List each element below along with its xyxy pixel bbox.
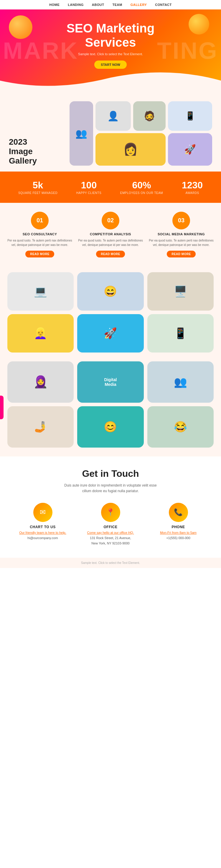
contact-title: Get in Touch xyxy=(9,468,212,479)
gallery-img-person2: 🧔 xyxy=(133,101,165,131)
service-title-1: SEO CONSULTANCY xyxy=(7,232,72,236)
gallery-img-meeting: 👥 xyxy=(70,101,93,166)
contact-info-office: 131 Rock Street, 21 Avenue, New York, NY… xyxy=(80,535,141,546)
gallery-section-2: 💻 😄 🖥️ 👱‍♀️ 🚀 📱 xyxy=(0,266,221,359)
service-circle-3: 03 xyxy=(172,212,190,229)
hero-title: SEO Marketing Services xyxy=(67,21,155,50)
stat-sqft: 5k SQUARE FEET MANAGED xyxy=(18,180,58,194)
hero-section: MARK TING SEO Marketing Services Sample … xyxy=(0,9,221,92)
service-circle-1: 01 xyxy=(31,212,49,229)
contact-type-office: OFFICE xyxy=(80,525,141,529)
stat-clients-number: 100 xyxy=(76,180,101,191)
contact-icon-phone: 📞 xyxy=(169,503,188,522)
gallery3-img-digital: Digital Media xyxy=(77,361,144,403)
service-card-3: 03 SOCIAL MEDIA MARKETING Per ea quod iu… xyxy=(149,212,214,257)
contact-section: Get in Touch Duis aute irure dolor in re… xyxy=(0,457,221,558)
stat-awards: 1230 AWARDS xyxy=(182,180,203,194)
gallery3-grid: 🧕 Digital Media 👥 🤳 😊 😂 xyxy=(7,361,214,447)
footer-text: Sample text. Click to select the Text El… xyxy=(81,561,140,564)
contact-card-office: 📍 OFFICE Come say hello at our office HQ… xyxy=(80,503,141,546)
nav-landing[interactable]: LANDING xyxy=(68,3,84,6)
stat-clients-label: HAPPY CLIENTS xyxy=(76,191,101,194)
gallery-subtitle: Image Gallery xyxy=(9,147,53,166)
gallery3-img-laughman: 😂 xyxy=(147,406,214,447)
gallery2-img-laptop: 💻 xyxy=(7,272,74,311)
read-more-button-3[interactable]: READ MORE xyxy=(167,251,196,257)
contact-grid: ✉ CHART TO US Our friendly team is here … xyxy=(9,503,212,546)
stats-section: 5k SQUARE FEET MANAGED 100 HAPPY CLIENTS… xyxy=(0,172,221,203)
footer: Sample text. Click to select the Text El… xyxy=(0,558,221,568)
gallery-year: 2023 xyxy=(9,137,53,147)
service-card-2: 02 COMPETITOR ANALYSIS Per ea quod iusto… xyxy=(78,212,143,257)
stat-employees: 60% EMPLOYEES ON OUR TEAM xyxy=(120,180,163,194)
gallery3-img-hand: 🤳 xyxy=(7,406,74,447)
gallery2-img-phone2: 📱 xyxy=(147,314,214,352)
gallery-img-phone: 📱 xyxy=(168,101,212,131)
contact-icon-office: 📍 xyxy=(101,503,120,522)
stat-sqft-number: 5k xyxy=(18,180,58,191)
hero-wave xyxy=(0,69,221,92)
hero-subtitle: Sample text. Click to select the Text El… xyxy=(78,52,143,56)
contact-card-phone: 📞 PHONE Mon-Fri from 8am to 5am +1(555) … xyxy=(147,503,209,546)
stat-awards-label: AWARDS xyxy=(182,191,203,194)
gallery3-img-woman: 🧕 xyxy=(7,361,74,403)
gallery-section-1: 2023 Image Gallery 👤 🧔 📱 👥 👩 🚀 xyxy=(0,92,221,172)
read-more-button-2[interactable]: READ MORE xyxy=(96,251,125,257)
contact-description: Duis aute irure dolor in reprehenderit i… xyxy=(61,483,160,494)
service-text-2: Per ea quod iusto. Te autem perti nax de… xyxy=(78,238,143,247)
contact-link-office[interactable]: Come say hello at our office HQ. xyxy=(80,531,141,534)
read-more-button-1[interactable]: READ MORE xyxy=(25,251,54,257)
nav-about[interactable]: ABOUT xyxy=(92,3,104,6)
contact-link-phone[interactable]: Mon-Fri from 8am to 5am xyxy=(147,531,209,534)
hero-cta-button[interactable]: START NOW xyxy=(94,61,127,69)
navigation: HOME LANDING ABOUT TEAM GALLERY CONTACT xyxy=(0,0,221,9)
contact-link-chat[interactable]: Our friendly team is here to help. xyxy=(12,531,74,534)
contact-info-chat: hi@ourcompany.com xyxy=(12,535,74,541)
gallery3-img-laughgirl: 😊 xyxy=(77,406,144,447)
nav-home[interactable]: HOME xyxy=(49,3,60,6)
contact-type-phone: PHONE xyxy=(147,525,209,529)
hero-orb-right xyxy=(189,14,209,35)
stat-awards-number: 1230 xyxy=(182,180,203,191)
stat-employees-label: EMPLOYEES ON OUR TEAM xyxy=(120,191,163,194)
services-section: 01 SEO CONSULTANCY Per ea quod iusto. Te… xyxy=(0,203,221,266)
hero-orb-left xyxy=(9,16,32,39)
stat-clients: 100 HAPPY CLIENTS xyxy=(76,180,101,194)
contact-info-phone: +1(555) 000-000 xyxy=(147,535,209,541)
service-title-3: SOCIAL MEDIA MARKETING xyxy=(149,232,214,236)
gallery2-grid: 💻 😄 🖥️ 👱‍♀️ 🚀 📱 xyxy=(7,272,214,352)
gallery-img-rocket: 🚀 xyxy=(168,133,212,166)
gallery-img-girl: 👩 xyxy=(96,133,165,166)
nav-contact[interactable]: CONTACT xyxy=(155,3,172,6)
gallery-img-person1: 👤 xyxy=(96,101,131,131)
gallery2-img-girl2: 👱‍♀️ xyxy=(7,314,74,352)
service-text-3: Per ea quod iusto. Te autem perti nax de… xyxy=(149,238,214,247)
service-card-1: 01 SEO CONSULTANCY Per ea quod iusto. Te… xyxy=(7,212,72,257)
contact-type-chat: CHART TO US xyxy=(12,525,74,529)
gallery2-img-rocket2: 🚀 xyxy=(77,314,144,352)
stat-employees-number: 60% xyxy=(120,180,163,191)
gallery1-grid: 👤 🧔 📱 👥 👩 🚀 xyxy=(56,101,212,166)
contact-card-chat: ✉ CHART TO US Our friendly team is here … xyxy=(12,503,74,546)
service-text-1: Per ea quod iusto. Te autem perti nax de… xyxy=(7,238,72,247)
gallery3-accent xyxy=(0,396,4,419)
nav-gallery[interactable]: GALLERY xyxy=(131,3,147,6)
gallery1-title: 2023 Image Gallery xyxy=(9,134,53,166)
gallery3-img-office: 👥 xyxy=(147,361,214,403)
service-circle-2: 02 xyxy=(102,212,119,229)
stat-sqft-label: SQUARE FEET MANAGED xyxy=(18,191,58,194)
nav-team[interactable]: TEAM xyxy=(112,3,122,6)
gallery-section-3: 🧕 Digital Media 👥 🤳 😊 😂 xyxy=(0,359,221,457)
service-title-2: COMPETITOR ANALYSIS xyxy=(78,232,143,236)
services-grid: 01 SEO CONSULTANCY Per ea quod iusto. Te… xyxy=(7,212,214,257)
contact-icon-chat: ✉ xyxy=(33,503,52,522)
gallery2-img-desk: 🖥️ xyxy=(147,272,214,311)
gallery2-img-laugh: 😄 xyxy=(77,272,144,311)
